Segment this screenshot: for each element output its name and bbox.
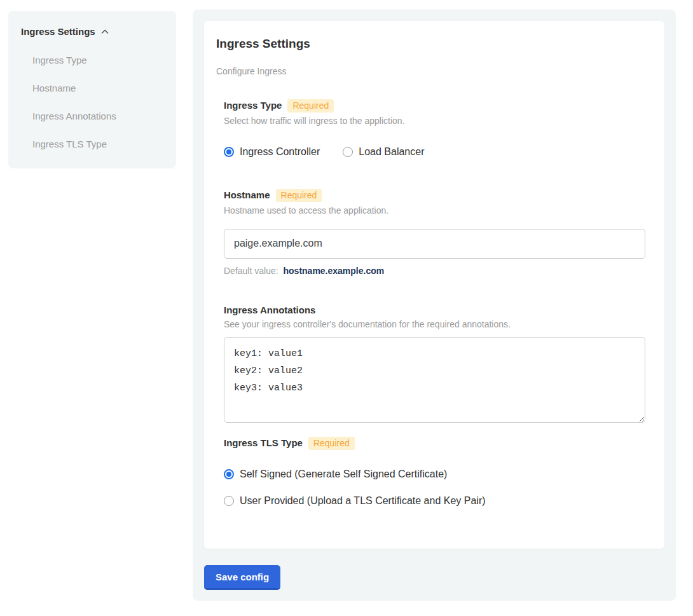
save-config-button[interactable]: Save config: [204, 565, 280, 590]
radio-user-provided[interactable]: User Provided (Upload a TLS Certificate …: [224, 495, 645, 507]
radio-unselected-icon[interactable]: [224, 496, 234, 506]
radio-label: User Provided (Upload a TLS Certificate …: [240, 495, 486, 507]
radio-self-signed[interactable]: Self Signed (Generate Self Signed Certif…: [224, 468, 645, 481]
radio-label: Self Signed (Generate Self Signed Certif…: [240, 468, 447, 481]
radio-selected-icon[interactable]: [224, 147, 234, 157]
ingress-annotations-label: Ingress Annotations: [224, 305, 315, 316]
sidebar-item-list: Ingress Type Hostname Ingress Annotation…: [32, 55, 166, 149]
ingress-tls-type-label: Ingress TLS Type: [224, 437, 303, 449]
ingress-annotations-help: See your ingress controller's documentat…: [224, 319, 645, 330]
field-group-ingress-tls-type: Ingress TLS Type Required Self Signed (G…: [224, 437, 645, 507]
required-badge: Required: [308, 437, 355, 450]
default-value-prefix: Default value:: [224, 266, 278, 276]
form-fields: Ingress Type Required Select how traffic…: [216, 99, 645, 507]
field-group-ingress-type: Ingress Type Required Select how traffic…: [224, 99, 645, 158]
radio-label: Load Balancer: [359, 146, 424, 158]
required-badge: Required: [287, 99, 334, 113]
sidebar-item-ingress-tls-type[interactable]: Ingress TLS Type: [32, 139, 166, 149]
radio-ingress-controller[interactable]: Ingress Controller: [224, 146, 320, 158]
ingress-type-label: Ingress Type: [224, 100, 282, 111]
ingress-annotations-textarea[interactable]: key1: value1 key2: value2 key3: value3: [224, 337, 645, 423]
sidebar-item-ingress-type[interactable]: Ingress Type: [32, 55, 166, 65]
required-badge: Required: [276, 189, 322, 202]
chevron-up-icon: [100, 27, 109, 36]
field-group-ingress-annotations: Ingress Annotations See your ingress con…: [224, 305, 645, 423]
hostname-input[interactable]: [224, 229, 645, 259]
config-panel: Ingress Settings Configure Ingress Ingre…: [193, 10, 676, 601]
hostname-label: Hostname: [224, 189, 270, 201]
sidebar-group-ingress-settings[interactable]: Ingress Settings: [21, 26, 166, 37]
field-group-hostname: Hostname Required Hostname used to acces…: [224, 189, 645, 276]
ingress-type-help: Select how traffic will ingress to the a…: [224, 116, 645, 127]
radio-unselected-icon[interactable]: [343, 147, 353, 157]
sidebar-group-label: Ingress Settings: [21, 26, 95, 37]
sidebar-item-ingress-annotations[interactable]: Ingress Annotations: [32, 111, 166, 121]
hostname-help: Hostname used to access the application.: [224, 205, 645, 216]
ingress-tls-type-options: Self Signed (Generate Self Signed Certif…: [224, 450, 645, 507]
radio-selected-icon[interactable]: [224, 469, 234, 479]
default-value-text: hostname.example.com: [284, 266, 385, 276]
ingress-type-options: Ingress Controller Load Balancer: [224, 146, 645, 158]
settings-sidebar: Ingress Settings Ingress Type Hostname I…: [8, 11, 176, 168]
ingress-settings-card: Ingress Settings Configure Ingress Ingre…: [204, 21, 664, 549]
page-subtitle: Configure Ingress: [216, 66, 645, 76]
page-title: Ingress Settings: [216, 37, 645, 51]
radio-load-balancer[interactable]: Load Balancer: [343, 146, 424, 158]
sidebar-item-hostname[interactable]: Hostname: [32, 83, 166, 93]
radio-label: Ingress Controller: [240, 146, 320, 158]
hostname-default-line: Default value: hostname.example.com: [224, 266, 645, 276]
